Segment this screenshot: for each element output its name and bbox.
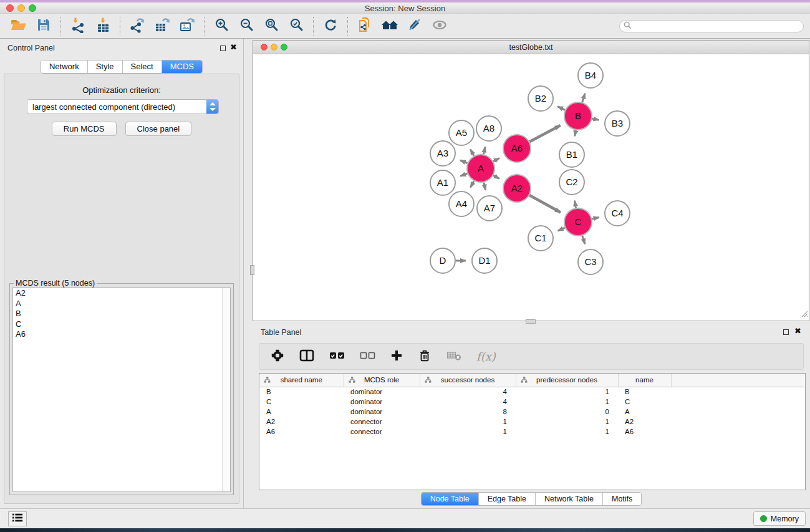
criterion-dropdown[interactable]: largest connected component (directed)	[27, 99, 219, 114]
table-row[interactable]: Adominator80A	[259, 407, 805, 417]
graph-edge-B-B1[interactable]	[575, 130, 576, 137]
refresh-view-button[interactable]	[318, 16, 343, 37]
graph-node-A8[interactable]: A8	[476, 116, 501, 141]
table-row[interactable]: Cdominator41C	[259, 397, 805, 407]
graph-edge-C-C4[interactable]	[592, 218, 599, 220]
graph-node-C1[interactable]: C1	[528, 226, 553, 251]
graph-edge-C-C2[interactable]	[575, 201, 576, 208]
graph-edge-A-A3[interactable]	[460, 160, 468, 163]
float-panel-icon[interactable]	[220, 46, 226, 51]
table-row[interactable]: Bdominator41B	[259, 387, 805, 397]
graph-node-A3[interactable]: A3	[430, 141, 455, 166]
tab-edge-table[interactable]: Edge Table	[479, 493, 536, 505]
network-from-selection-button[interactable]	[352, 16, 377, 37]
graph-node-B4[interactable]: B4	[578, 63, 603, 88]
graph-node-A7[interactable]: A7	[477, 196, 502, 221]
graph-edge-A6-B[interactable]	[529, 125, 560, 142]
column-header-name[interactable]: name	[618, 374, 671, 387]
select-all-columns-button[interactable]	[329, 351, 345, 362]
graph-edge-A-A5[interactable]	[470, 149, 474, 155]
table-settings-button[interactable]	[271, 349, 284, 365]
column-header-mcds-role[interactable]: MCDS role	[344, 374, 420, 387]
memory-button[interactable]: Memory	[753, 511, 806, 526]
graph-edge-A-A2[interactable]	[493, 175, 499, 178]
delete-columns-button[interactable]	[418, 349, 432, 365]
open-session-button[interactable]	[6, 16, 31, 37]
splitter-handle-left[interactable]	[250, 265, 254, 275]
tab-node-table[interactable]: Node Table	[422, 493, 479, 505]
graph-edge-B-B3[interactable]	[592, 118, 599, 120]
graph-node-A6[interactable]: A6	[503, 135, 531, 162]
column-header-predecessor-nodes[interactable]: predecessor nodes	[516, 374, 618, 387]
import-network-button[interactable]	[65, 16, 90, 37]
graph-edge-A-A4[interactable]	[470, 181, 474, 187]
search-input[interactable]	[634, 22, 799, 31]
graph-edge-A-A6[interactable]	[493, 158, 499, 161]
column-header-shared-name[interactable]: shared name	[259, 374, 344, 387]
graph-node-C[interactable]: C	[564, 208, 592, 236]
graph-node-B[interactable]: B	[564, 102, 592, 130]
export-network-button[interactable]	[125, 16, 150, 37]
close-panel-icon[interactable]: ✖	[230, 42, 237, 52]
tab-motifs[interactable]: Motifs	[603, 493, 641, 505]
graph-node-C2[interactable]: C2	[559, 170, 584, 195]
zoom-fit-button[interactable]	[259, 16, 284, 37]
graph-node-B3[interactable]: B3	[605, 111, 630, 136]
tab-mcds[interactable]: MCDS	[162, 60, 202, 73]
graph-node-C4[interactable]: C4	[605, 201, 630, 226]
column-header-successor-nodes[interactable]: successor nodes	[420, 374, 516, 387]
graph-edge-B-B2[interactable]	[557, 107, 565, 110]
graph-edge-A-A7[interactable]	[484, 182, 486, 190]
tab-network-table[interactable]: Network Table	[536, 493, 603, 505]
network-window-titlebar[interactable]: testGlobe.txt	[253, 41, 809, 54]
graph-edge-A2-C[interactable]	[529, 195, 561, 212]
first-neighbors-button[interactable]	[377, 16, 402, 37]
result-item[interactable]: A2	[13, 288, 230, 299]
graph-edge-A-A1[interactable]	[460, 173, 467, 176]
close-panel-button[interactable]: Close panel	[125, 122, 192, 136]
result-item[interactable]: A	[13, 299, 230, 309]
result-item[interactable]: B	[13, 309, 230, 319]
graph-node-D[interactable]: D	[430, 248, 455, 273]
tab-network[interactable]: Network	[41, 60, 88, 73]
graph-edge-C-C1[interactable]	[558, 228, 565, 231]
tab-select[interactable]: Select	[123, 60, 162, 73]
split-panel-button[interactable]	[299, 349, 314, 364]
graph-node-A4[interactable]: A4	[449, 191, 474, 216]
save-session-button[interactable]	[31, 16, 56, 37]
graph-node-D1[interactable]: D1	[472, 248, 497, 273]
graph-node-B2[interactable]: B2	[528, 86, 553, 111]
graph-node-A1[interactable]: A1	[430, 170, 455, 195]
result-item[interactable]: C	[13, 319, 230, 330]
tab-style[interactable]: Style	[88, 60, 123, 73]
zoom-selected-button[interactable]	[284, 16, 309, 37]
graph-edge-A-A8[interactable]	[484, 147, 485, 154]
result-scrollbar[interactable]	[222, 288, 230, 491]
network-graph[interactable]: B4B2BB3A8A5A6A3B1AC2A1A2A4A7C4CC1C3DD1	[253, 54, 809, 321]
graph-node-A[interactable]: A	[467, 155, 494, 182]
resize-grip-icon[interactable]	[799, 309, 808, 320]
float-table-panel-icon[interactable]	[783, 329, 789, 335]
result-item[interactable]: A6	[13, 329, 230, 340]
run-mcds-button[interactable]: Run MCDS	[52, 122, 117, 136]
task-history-button[interactable]	[8, 511, 27, 526]
search-field[interactable]	[619, 20, 804, 32]
toggle-annotations-button[interactable]	[402, 16, 427, 37]
graph-node-C3[interactable]: C3	[578, 249, 603, 274]
import-table-button[interactable]	[90, 16, 115, 37]
deselect-all-columns-button[interactable]	[360, 351, 375, 362]
graph-edge-C-C3[interactable]	[582, 236, 585, 244]
delete-table-button[interactable]	[446, 349, 461, 364]
mcds-result-list[interactable]: A2ABCA6	[12, 288, 231, 492]
splitter-handle-bottom[interactable]	[526, 319, 536, 324]
zoom-in-button[interactable]	[209, 16, 234, 37]
export-image-button[interactable]	[175, 16, 200, 37]
add-column-button[interactable]	[390, 349, 403, 364]
graph-edge-B-B4[interactable]	[582, 94, 585, 102]
graph-node-B1[interactable]: B1	[559, 142, 584, 167]
function-builder-button[interactable]: f(x)	[476, 350, 496, 363]
toggle-graphics-details-button[interactable]	[427, 16, 452, 37]
close-table-panel-icon[interactable]: ✖	[794, 326, 801, 336]
zoom-out-button[interactable]	[234, 16, 259, 37]
window-titlebar[interactable]: Session: New Session	[0, 2, 810, 14]
